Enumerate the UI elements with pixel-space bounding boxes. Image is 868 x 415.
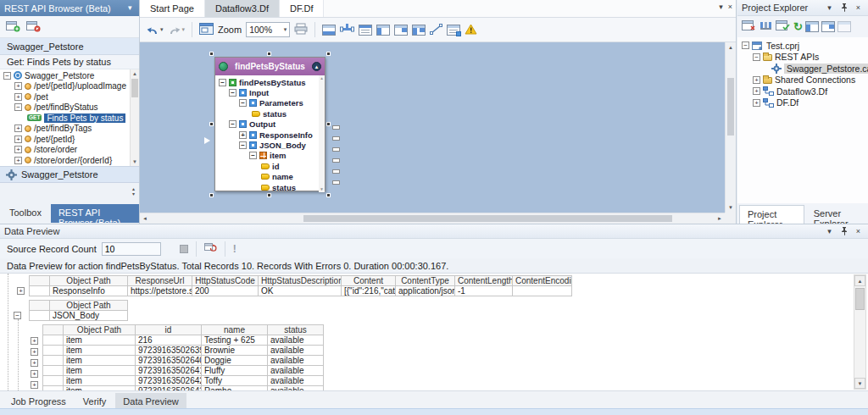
collapse-icon[interactable]: − [239, 141, 247, 149]
column-header[interactable]: ContentType [396, 276, 455, 286]
collapse-icon[interactable]: − [229, 89, 236, 97]
tab-dataflow3[interactable]: Dataflow3.Df [205, 0, 280, 17]
node-row-id[interactable]: id [217, 161, 324, 171]
pin-icon[interactable] [838, 226, 849, 237]
scroll-thumb[interactable] [727, 78, 734, 136]
remove-connection-button[interactable] [26, 19, 41, 34]
scroll-down-icon[interactable]: ▼ [854, 378, 865, 389]
expand-icon[interactable]: + [17, 287, 25, 295]
tab-rest-api-browser[interactable]: REST API Browser (Beta) [51, 204, 139, 223]
input-port[interactable] [204, 137, 210, 144]
collapse-icon[interactable]: − [249, 152, 257, 159]
verify-project-button[interactable] [776, 19, 791, 34]
node-row-name[interactable]: name [217, 172, 324, 182]
node-row-param-status[interactable]: status [217, 108, 324, 119]
node-row-responseinfo[interactable]: + ResponseInfo [217, 130, 324, 140]
node-row-status[interactable]: status [217, 182, 324, 192]
layout-left-button[interactable] [376, 25, 390, 36]
collapse-icon[interactable]: − [229, 120, 236, 128]
output-port[interactable] [332, 158, 340, 163]
table-row[interactable]: item 97239163502640 Doggie available [43, 356, 324, 366]
column-header[interactable]: ResponseUrl [128, 276, 192, 286]
close-project-button[interactable] [742, 19, 757, 34]
collapse-icon[interactable]: − [742, 42, 749, 49]
column-header[interactable]: Object Path [50, 276, 128, 286]
tree-item-endpoint[interactable]: + /store/inventory [0, 166, 139, 167]
tree-item-endpoint[interactable]: + /pet/{petId}/uploadImage [0, 81, 139, 92]
expand-icon[interactable]: + [14, 125, 22, 132]
grid-vertical-scrollbar[interactable]: ▲ ▼ [854, 274, 866, 390]
tab-project-explorer[interactable]: Project Explorer [739, 205, 804, 224]
tree-item-endpoint[interactable]: + /pet/findByTags [0, 124, 139, 135]
fit-to-window-button[interactable] [199, 23, 214, 36]
show-properties-button[interactable] [359, 25, 372, 36]
scroll-down-icon[interactable]: ▼ [131, 158, 139, 166]
canvas-horizontal-scrollbar[interactable]: ◄ ► [140, 213, 725, 224]
tab-data-preview[interactable]: Data Preview [115, 393, 186, 408]
tab-verify[interactable]: Verify [75, 393, 114, 408]
node-row-item[interactable]: − item [217, 151, 324, 161]
output-port[interactable] [332, 147, 340, 152]
redo-button[interactable]: ▾ [168, 25, 186, 36]
node-row-parameters[interactable]: − Parameters [217, 98, 324, 108]
tab-server-explorer[interactable]: Server Explorer [806, 205, 868, 224]
expand-icon[interactable]: + [239, 131, 247, 139]
scroll-up-icon[interactable]: ▲ [854, 275, 865, 286]
expand-icon[interactable]: + [31, 370, 38, 378]
chevron-down-icon[interactable]: ▾ [824, 226, 835, 237]
expand-icon[interactable]: + [14, 146, 22, 153]
tab-job-progress[interactable]: Job Progress [3, 393, 74, 408]
layout-right-button[interactable] [394, 25, 408, 36]
tab-start-page[interactable]: Start Page [140, 0, 205, 17]
scroll-left-icon[interactable]: ◄ [140, 213, 150, 224]
tree-item-endpoint[interactable]: + /pet [0, 91, 139, 102]
expand-icon[interactable]: + [14, 93, 22, 101]
connection-name-row[interactable]: Swagger_Petstore [0, 38, 139, 55]
scroll-down-icon[interactable]: ▼ [726, 202, 736, 213]
tree-item-endpoint[interactable]: + /store/order [0, 145, 139, 156]
tree-item-shared-connections[interactable]: + Shared Connections [737, 75, 868, 86]
node-row-output[interactable]: − Output [217, 119, 324, 130]
table-row[interactable]: item 97239163502639 Brownie available [43, 346, 324, 356]
expand-icon[interactable]: + [31, 381, 38, 389]
errors-icon[interactable]: ! [233, 243, 236, 255]
close-icon[interactable]: × [853, 3, 864, 14]
column-header[interactable]: HttpStatusCode [192, 276, 259, 286]
chevron-down-icon[interactable]: ▾ [824, 3, 835, 14]
tree-item-dataflow3[interactable]: + Dataflow3.Df [737, 86, 868, 97]
add-item-button[interactable] [837, 21, 851, 32]
expand-icon[interactable]: + [753, 87, 760, 95]
expand-icon[interactable]: + [14, 157, 22, 164]
scroll-thumb[interactable] [855, 288, 865, 310]
refresh-preview-button[interactable] [204, 242, 217, 255]
findpetsbystatus-node[interactable]: findPetsByStatus ▲ − findPetsByStatus − … [214, 57, 326, 191]
table-row[interactable]: item 97239163502643 Rambo available [43, 386, 324, 391]
stop-icon[interactable] [180, 245, 188, 253]
warning-icon[interactable] [465, 24, 477, 36]
close-document-icon[interactable]: × [728, 3, 732, 11]
tab-toolbox[interactable]: Toolbox [2, 204, 49, 223]
expand-icon[interactable]: + [31, 348, 38, 356]
collapse-node-icon[interactable]: ▲ [312, 62, 321, 71]
tree-item-root[interactable]: − Swagger_Petstore [0, 70, 139, 81]
collapse-icon[interactable]: − [3, 72, 11, 80]
tree-item-project[interactable]: − Test.cprj [737, 40, 868, 52]
collapse-icon[interactable]: − [239, 99, 247, 107]
selection-handle[interactable] [326, 193, 331, 197]
pin-icon[interactable] [838, 3, 849, 14]
tree-scrollbar[interactable]: ▲ ▼ [130, 69, 139, 166]
source-record-count-input[interactable] [102, 242, 161, 256]
add-connection-button[interactable] [6, 19, 20, 34]
grid-edit-button[interactable] [447, 25, 460, 36]
scroll-thumb[interactable] [303, 215, 672, 222]
export-dataflow-button[interactable] [322, 25, 336, 36]
table-row[interactable]: item 216 Testing + 625 available [43, 335, 324, 346]
scroll-thumb[interactable] [131, 79, 138, 97]
node-row-input[interactable]: − Input [217, 87, 324, 97]
column-header[interactable]: status [268, 325, 324, 335]
expand-icon[interactable]: + [753, 99, 760, 107]
scroll-up-icon[interactable]: ▲ [131, 69, 139, 78]
collapse-icon[interactable]: − [14, 103, 22, 111]
tree-item-action-selected[interactable]: GET Finds Pets by status [0, 113, 139, 124]
selection-handle[interactable] [209, 52, 214, 56]
